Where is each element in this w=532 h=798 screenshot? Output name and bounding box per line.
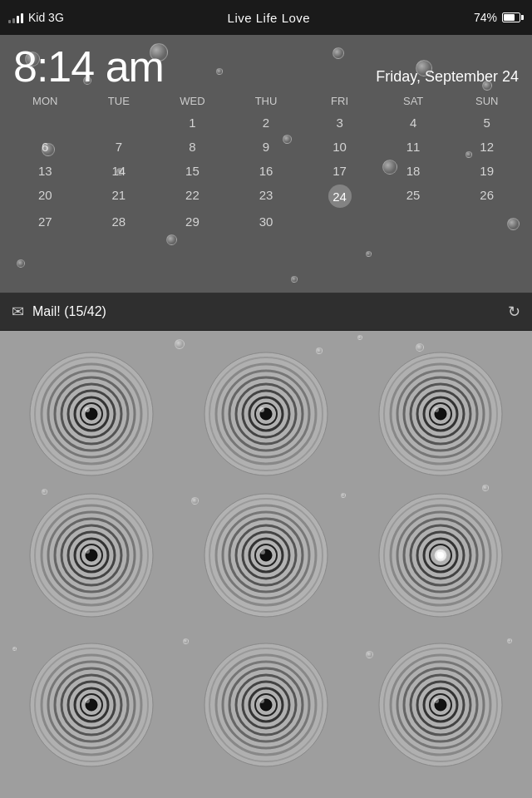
calendar-day: 29 xyxy=(155,209,229,234)
refresh-icon[interactable]: ↻ xyxy=(508,303,520,321)
cal-day-header: WED xyxy=(155,95,229,107)
calendar-day: 21 xyxy=(82,183,156,209)
mail-info: ✉ Mail! (15/42) xyxy=(12,303,106,321)
calendar-day: 2 xyxy=(229,111,303,135)
cal-day-header: TUE xyxy=(82,95,156,107)
calendar-day: 22 xyxy=(155,183,229,209)
spiral-3 xyxy=(374,347,507,480)
calendar-day: 20 xyxy=(8,183,82,209)
calendar-day: 19 xyxy=(450,159,524,183)
svg-point-88 xyxy=(259,698,264,703)
calendar-day: 5 xyxy=(450,111,524,135)
battery-icon xyxy=(502,12,524,22)
status-title: Live Life Love xyxy=(228,11,311,25)
mail-label: Mail! (15/42) xyxy=(32,304,106,319)
carrier-label: Kid 3G xyxy=(28,11,64,24)
spiral-1 xyxy=(25,347,158,480)
status-left: Kid 3G xyxy=(8,11,64,24)
calendar-day: 8 xyxy=(155,135,229,159)
date-display: Friday, September 24 xyxy=(376,68,519,86)
calendar-day xyxy=(82,111,156,135)
calendar-day: 17 xyxy=(303,159,377,183)
spiral-9 xyxy=(374,638,507,771)
wallpaper-top: 8:14 am Friday, September 24 MONTUEWEDTH… xyxy=(0,35,532,293)
calendar-day: 11 xyxy=(377,135,451,159)
calendar-day: 25 xyxy=(377,183,451,209)
calendar-day: 12 xyxy=(450,135,524,159)
spiral-5 xyxy=(200,489,332,622)
calendar-day: 24 xyxy=(328,185,352,208)
cal-day-header: SAT xyxy=(377,95,451,107)
svg-point-10 xyxy=(85,407,90,412)
calendar-day: 4 xyxy=(377,111,451,135)
svg-point-99 xyxy=(434,698,439,703)
mail-icon: ✉ xyxy=(12,303,24,321)
calendar-day xyxy=(377,209,451,234)
calendar-day xyxy=(303,209,377,234)
spiral-7 xyxy=(25,638,158,771)
calendar-day: 26 xyxy=(450,183,524,209)
calendar-day: 1 xyxy=(155,111,229,135)
spiral-2 xyxy=(200,347,332,480)
calendar-widget: MONTUEWEDTHUFRISATSUN 123456789101112131… xyxy=(0,95,532,234)
calendar-day: 30 xyxy=(229,209,303,234)
calendar-day: 7 xyxy=(82,135,156,159)
cal-day-header: MON xyxy=(8,95,82,107)
spiral-8 xyxy=(200,638,332,771)
calendar-day: 28 xyxy=(82,209,156,234)
cal-day-header: SUN xyxy=(450,95,524,107)
svg-point-77 xyxy=(85,698,90,703)
calendar-day: 15 xyxy=(155,159,229,183)
svg-point-43 xyxy=(85,549,90,554)
spiral-4 xyxy=(25,489,158,622)
battery-percent: 74% xyxy=(474,11,497,24)
status-bar: Kid 3G Live Life Love 74% xyxy=(0,0,532,35)
calendar-day: 23 xyxy=(229,183,303,209)
mail-bar[interactable]: ✉ Mail! (15/42) ↻ xyxy=(0,293,532,331)
svg-point-66 xyxy=(437,552,441,555)
calendar-header: MONTUEWEDTHUFRISATSUN xyxy=(8,95,524,107)
calendar-day xyxy=(8,111,82,135)
calendar-day: 13 xyxy=(8,159,82,183)
wallpaper-bottom xyxy=(0,331,532,798)
calendar-day: 16 xyxy=(229,159,303,183)
clock-section: 8:14 am Friday, September 24 xyxy=(0,35,532,95)
cal-day-header: FRI xyxy=(303,95,377,107)
calendar-day: 10 xyxy=(303,135,377,159)
status-right: 74% xyxy=(474,11,524,24)
calendar-grid: 1234567891011121314151617181920212223242… xyxy=(8,111,524,234)
cal-day-header: THU xyxy=(229,95,303,107)
svg-point-32 xyxy=(434,407,439,412)
spiral-6 xyxy=(374,489,507,622)
calendar-day: 3 xyxy=(303,111,377,135)
svg-point-54 xyxy=(260,549,265,554)
signal-icon xyxy=(8,12,23,23)
calendar-day: 27 xyxy=(8,209,82,234)
svg-point-21 xyxy=(259,407,264,412)
